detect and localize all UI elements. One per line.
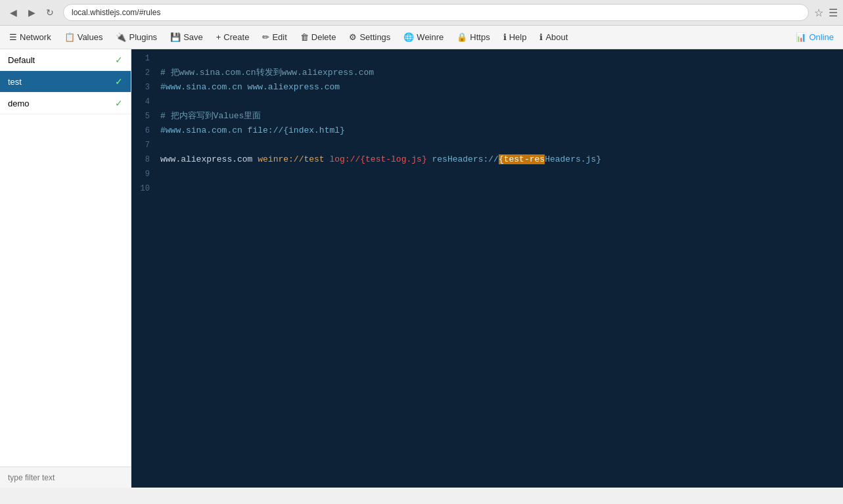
line8-weinre: weinre://test <box>258 154 329 164</box>
nav-save-label: Save <box>183 32 203 42</box>
line-content-4 <box>158 95 843 110</box>
line8-resheaders: resHeaders:// <box>432 154 498 164</box>
line-num-5: 5 <box>131 110 158 124</box>
nav-create[interactable]: + Create <box>210 28 256 46</box>
sidebar-item-default[interactable]: Default ✓ <box>0 49 131 71</box>
line-content-5: # 把内容写到Values里面 <box>158 110 843 124</box>
line-num-10: 10 <box>131 182 158 196</box>
online-badge: 📊 Online <box>789 28 840 46</box>
nav-plugins[interactable]: 🔌 Plugins <box>109 28 164 46</box>
https-icon: 🔒 <box>457 32 467 42</box>
editor-line-4: 4 <box>131 95 843 110</box>
line-num-7: 7 <box>131 139 158 153</box>
bookmark-icon: ☆ <box>814 7 823 19</box>
nav-delete[interactable]: 🗑 Delete <box>294 28 343 46</box>
edit-icon: ✏ <box>262 32 269 42</box>
line-num-1: 1 <box>131 52 158 66</box>
line-content-8: www.aliexpress.com weinre://test log://{… <box>158 153 843 168</box>
app-navbar: ☰ Network 📋 Values 🔌 Plugins 💾 Save + Cr… <box>0 26 843 49</box>
nav-help-label: Help <box>509 32 527 42</box>
editor-area[interactable]: 1 2 # 把www.sina.com.cn转发到www.aliexpress.… <box>131 49 843 488</box>
sidebar-item-demo[interactable]: demo ✓ <box>0 93 131 114</box>
online-label: Online <box>809 32 834 42</box>
editor-content: 1 2 # 把www.sina.com.cn转发到www.aliexpress.… <box>131 49 843 488</box>
sidebar-item-test[interactable]: test ✓ <box>0 71 131 93</box>
sidebar-filter <box>0 467 131 488</box>
help-icon: ℹ <box>503 32 507 42</box>
back-button[interactable]: ◀ <box>5 5 21 20</box>
plugins-icon: 🔌 <box>116 32 126 42</box>
address-bar[interactable] <box>63 4 809 21</box>
about-icon: ℹ <box>539 32 543 42</box>
demo-check-icon: ✓ <box>115 98 123 108</box>
nav-values[interactable]: 📋 Values <box>58 28 110 46</box>
menu-icon: ☰ <box>829 7 838 19</box>
nav-network-label: Network <box>20 32 51 42</box>
editor-line-3: 3 #www.sina.com.cn www.aliexpress.com <box>131 81 843 95</box>
network-icon: ☰ <box>9 32 17 42</box>
nav-edit-label: Edit <box>272 32 286 42</box>
nav-save[interactable]: 💾 Save <box>164 28 210 46</box>
editor-line-2: 2 # 把www.sina.com.cn转发到www.aliexpress.co… <box>131 66 843 81</box>
line8-log: log://{test-log.js} <box>329 154 432 164</box>
line-num-4: 4 <box>131 95 158 110</box>
line-num-9: 9 <box>131 168 158 182</box>
nav-create-label: Create <box>223 32 249 42</box>
online-chart-icon: 📊 <box>796 32 806 42</box>
line8-host: www.aliexpress.com <box>160 154 258 164</box>
line-content-6: #www.sina.com.cn file://{index.html} <box>158 124 843 139</box>
nav-settings-label: Settings <box>359 32 390 42</box>
line-content-9 <box>158 168 843 182</box>
line-content-1 <box>158 52 843 66</box>
line-content-7 <box>158 139 843 153</box>
editor-line-5: 5 # 把内容写到Values里面 <box>131 110 843 124</box>
nav-plugins-label: Plugins <box>129 32 157 42</box>
line-num-6: 6 <box>131 124 158 139</box>
sidebar-list: Default ✓ test ✓ demo ✓ <box>0 49 131 467</box>
line-num-8: 8 <box>131 153 158 168</box>
nav-https[interactable]: 🔒 Https <box>450 28 496 46</box>
line-content-3: #www.sina.com.cn www.aliexpress.com <box>158 81 843 95</box>
test-check-icon: ✓ <box>115 76 123 87</box>
editor-line-10: 10 <box>131 182 843 196</box>
default-check-icon: ✓ <box>115 55 123 65</box>
weinre-icon: 🌐 <box>403 32 414 42</box>
sidebar-item-default-label: Default <box>8 55 115 65</box>
forward-button[interactable]: ▶ <box>24 5 39 20</box>
line-num-3: 3 <box>131 81 158 95</box>
nav-network[interactable]: ☰ Network <box>3 28 58 46</box>
line-num-2: 2 <box>131 66 158 81</box>
nav-weinre[interactable]: 🌐 Weinre <box>397 28 450 46</box>
nav-weinre-label: Weinre <box>417 32 444 42</box>
editor-line-1: 1 <box>131 52 843 66</box>
nav-help[interactable]: ℹ Help <box>497 28 534 46</box>
editor-line-6: 6 #www.sina.com.cn file://{index.html} <box>131 124 843 139</box>
nav-https-label: Https <box>470 32 490 42</box>
filter-input[interactable] <box>8 473 123 482</box>
settings-icon: ⚙ <box>349 32 357 42</box>
nav-about-label: About <box>545 32 568 42</box>
line-content-2: # 把www.sina.com.cn转发到www.aliexpress.com <box>158 66 843 81</box>
nav-values-label: Values <box>78 32 103 42</box>
editor-line-8: 8 www.aliexpress.com weinre://test log:/… <box>131 153 843 168</box>
sidebar-item-test-label: test <box>8 77 115 87</box>
nav-edit[interactable]: ✏ Edit <box>256 28 293 46</box>
delete-icon: 🗑 <box>300 32 309 42</box>
nav-delete-label: Delete <box>311 32 336 42</box>
values-icon: 📋 <box>64 32 75 42</box>
reload-button[interactable]: ↻ <box>42 5 58 20</box>
editor-line-7: 7 <box>131 139 843 153</box>
main-layout: Default ✓ test ✓ demo ✓ 1 <box>0 49 843 488</box>
sidebar: Default ✓ test ✓ demo ✓ <box>0 49 131 488</box>
create-icon: + <box>216 32 221 42</box>
line-content-10 <box>158 182 843 196</box>
line8-highlight: {test-res <box>499 154 545 164</box>
nav-settings[interactable]: ⚙ Settings <box>342 28 397 46</box>
sidebar-item-demo-label: demo <box>8 99 115 108</box>
line8-resheaders2: Headers.js} <box>545 154 601 164</box>
save-icon: 💾 <box>170 32 181 42</box>
editor-line-9: 9 <box>131 168 843 182</box>
nav-about[interactable]: ℹ About <box>533 28 574 46</box>
